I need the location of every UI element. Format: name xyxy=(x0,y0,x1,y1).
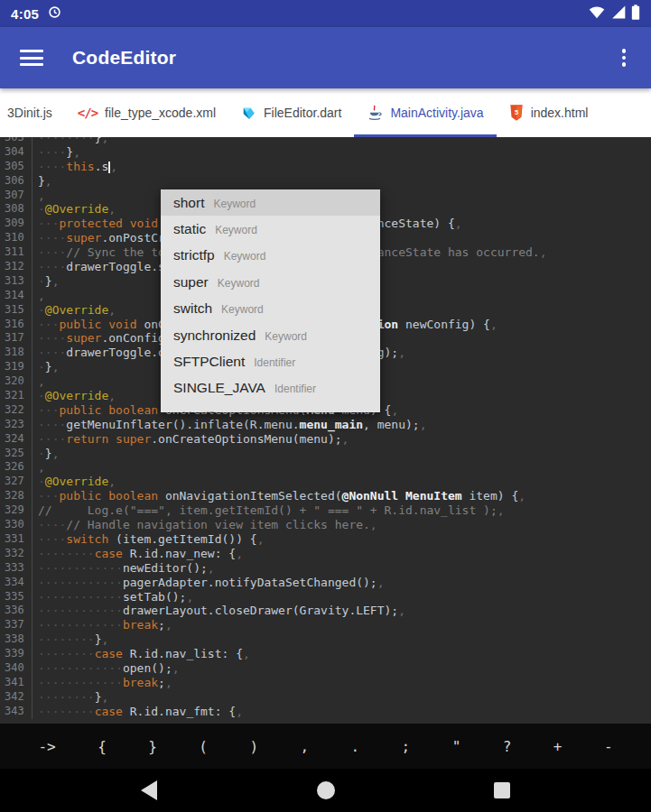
autocomplete-item-SINGLE_JAVA[interactable]: SINGLE_JAVAIdentifier xyxy=(161,375,380,401)
newline-marker: , xyxy=(108,389,116,402)
code-line-328[interactable]: 328···public boolean onNavigationItemSel… xyxy=(0,489,651,503)
code-line-330[interactable]: 330····// Handle navigation view item cl… xyxy=(0,518,651,532)
overflow-menu-button[interactable] xyxy=(617,41,632,75)
token-c: // Log.e("===", item.getItemId() + " ===… xyxy=(38,503,498,517)
symbol-key[interactable]: - xyxy=(600,733,617,761)
newline-marker: , xyxy=(391,403,398,417)
autocomplete-item-strictfp[interactable]: strictfpKeyword xyxy=(161,243,380,269)
tab-3Dinit.js[interactable]: 3Dinit.js xyxy=(0,88,65,137)
tab-file_type_xcode.xml[interactable]: </>file_type_xcode.xml xyxy=(65,88,228,137)
token-k: this xyxy=(66,160,94,173)
code-line-335[interactable]: 335············setTab();, xyxy=(0,590,651,604)
token-w: ········ xyxy=(38,705,95,718)
code-line-339[interactable]: 339········case R.id.nav_list: {, xyxy=(0,647,651,661)
token-t: @NonNull MenuItem xyxy=(342,489,462,503)
newline-marker: , xyxy=(38,189,45,202)
code-line-340[interactable]: 340············open();, xyxy=(0,661,651,676)
symbol-key[interactable]: ) xyxy=(246,733,262,761)
token-k: public void xyxy=(59,318,136,331)
autocomplete-item-SFTPClient[interactable]: SFTPClientIdentifier xyxy=(161,348,380,374)
autocomplete-item-synchronized[interactable]: synchronizedKeyword xyxy=(161,322,380,348)
autocomplete-item-static[interactable]: staticKeyword xyxy=(161,216,380,242)
autocomplete-item-short[interactable]: shortKeyword xyxy=(161,189,380,216)
autocomplete-item-kind: Keyword xyxy=(224,248,266,263)
token-w: ············ xyxy=(38,576,123,589)
newline-marker: , xyxy=(342,432,349,446)
code-line-text: ············drawerLayout.closeDrawer(Gra… xyxy=(33,604,405,618)
line-number: 342 xyxy=(0,690,33,705)
code-line-326[interactable]: 326, xyxy=(0,460,651,475)
code-line-336[interactable]: 336············drawerLayout.closeDrawer(… xyxy=(0,604,651,618)
code-line-303[interactable]: 303········}, xyxy=(0,137,651,145)
code-line-324[interactable]: 324····return super.onCreateOptionsMenu(… xyxy=(0,432,651,447)
token-w: ········ xyxy=(38,632,95,646)
autocomplete-item-switch[interactable]: switchKeyword xyxy=(161,296,380,322)
tab-MainActivity.java[interactable]: MainActivity.java xyxy=(354,88,496,137)
code-line-338[interactable]: 338········}, xyxy=(0,632,651,647)
code-line-text: ·}, xyxy=(33,447,59,461)
code-line-304[interactable]: 304····}, xyxy=(0,145,651,160)
token-w: · xyxy=(38,475,45,488)
code-line-text: ············newEditor();, xyxy=(33,561,215,576)
symbol-key[interactable]: . xyxy=(348,733,364,761)
code-line-334[interactable]: 334············pagerAdapter.notifyDataSe… xyxy=(0,576,651,590)
line-number: 312 xyxy=(0,260,33,274)
autocomplete-item-kind: Keyword xyxy=(265,328,307,343)
code-line-text: ·@Override, xyxy=(33,475,116,489)
recents-button[interactable] xyxy=(475,772,529,808)
token-w: ········ xyxy=(38,647,95,660)
code-line-332[interactable]: 332········case R.id.nav_new: {, xyxy=(0,547,651,561)
code-line-327[interactable]: 327·@Override, xyxy=(0,475,651,489)
code-line-329[interactable]: 329// Log.e("===", item.getItemId() + " … xyxy=(0,503,651,518)
symbol-key[interactable]: ( xyxy=(195,733,211,761)
symbol-key[interactable]: " xyxy=(449,733,465,761)
line-number: 333 xyxy=(0,561,33,576)
tab-label: MainActivity.java xyxy=(390,106,483,120)
tab-index.html[interactable]: 5index.html xyxy=(497,88,601,137)
code-line-306[interactable]: 306}, xyxy=(0,174,651,189)
newline-marker: , xyxy=(420,418,427,431)
line-number: 324 xyxy=(0,432,33,447)
line-number: 306 xyxy=(0,174,33,189)
newline-marker: , xyxy=(490,318,498,331)
hamburger-menu-button[interactable] xyxy=(20,46,43,70)
token-w: ············ xyxy=(38,618,123,632)
code-line-342[interactable]: 342········}, xyxy=(0,690,651,705)
tab-FileEditor.dart[interactable]: FileEditor.dart xyxy=(228,88,354,137)
code-line-305[interactable]: 305····this.s, xyxy=(0,160,651,174)
symbol-key[interactable]: } xyxy=(144,733,161,761)
line-number: 326 xyxy=(0,460,33,475)
code-line-333[interactable]: 333············newEditor();, xyxy=(0,561,651,576)
code-line-341[interactable]: 341············break;, xyxy=(0,676,651,690)
code-line-text: ········case R.id.nav_list: {, xyxy=(33,647,250,661)
symbol-key[interactable]: + xyxy=(550,733,566,761)
symbol-key[interactable]: , xyxy=(296,733,312,761)
code-line-331[interactable]: 331····switch (item.getItemId()) {, xyxy=(0,532,651,547)
symbol-key[interactable]: -> xyxy=(34,733,59,761)
autocomplete-item-name: strictfp xyxy=(173,247,215,263)
code-line-323[interactable]: 323····getMenuInflater().inflate(R.menu.… xyxy=(0,418,651,432)
token-p: drawerLayout.closeDrawer(Gravity.LEFT); xyxy=(123,604,398,617)
autocomplete-item[interactable]: Identifier xyxy=(161,401,380,412)
newline-marker: , xyxy=(52,447,60,460)
symbol-key[interactable]: { xyxy=(94,733,110,761)
code-line-337[interactable]: 337············break;, xyxy=(0,618,651,632)
code-line-text: ········}, xyxy=(33,690,108,705)
newline-marker: , xyxy=(243,647,250,660)
code-line-325[interactable]: 325·}, xyxy=(0,447,651,461)
line-number: 314 xyxy=(0,289,33,303)
token-w: ············ xyxy=(38,604,123,617)
token-p: pagerAdapter.notifyDataSetChanged(); xyxy=(123,576,377,589)
code-line-text: ·}, xyxy=(33,274,59,289)
back-button[interactable] xyxy=(122,772,176,808)
symbol-key[interactable]: ; xyxy=(398,733,414,761)
code-line-text: ············setTab();, xyxy=(33,590,193,604)
token-w: ··· xyxy=(38,489,59,503)
code-editor[interactable]: 303········},304····},305····this.s,306}… xyxy=(0,137,651,724)
symbol-key[interactable]: ? xyxy=(499,733,516,761)
home-button[interactable] xyxy=(299,772,353,808)
autocomplete-item-super[interactable]: superKeyword xyxy=(161,269,380,295)
newline-marker: , xyxy=(236,547,243,560)
code-line-text: ····return super.onCreateOptionsMenu(men… xyxy=(33,432,349,447)
code-line-343[interactable]: 343········case R.id.nav_fmt: {, xyxy=(0,705,651,719)
